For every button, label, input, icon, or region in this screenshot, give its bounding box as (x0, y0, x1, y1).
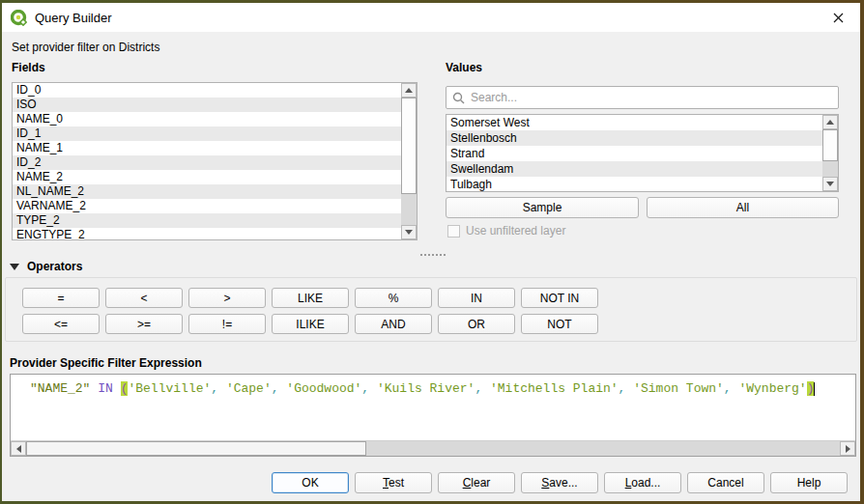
cancel-button[interactable]: Cancel (687, 472, 764, 493)
load-button[interactable]: Load... (604, 472, 681, 493)
field-item[interactable]: TYPE_2 (13, 213, 401, 228)
operators-row-1: =<>LIKE%INNOT IN (22, 288, 598, 308)
field-item[interactable]: ISO (13, 98, 401, 112)
scroll-up-icon[interactable] (822, 115, 838, 129)
expression-token-string: 'Kuils River' (377, 381, 475, 396)
expression-token-string: 'Bellville' (128, 381, 211, 396)
expression-token-comma: , (272, 381, 287, 396)
close-button[interactable] (824, 4, 851, 31)
value-item[interactable]: Somerset West (446, 115, 822, 130)
all-button[interactable]: All (647, 197, 839, 218)
clear-button[interactable]: Clear (438, 472, 515, 493)
expression-token-string: 'Cape' (226, 381, 272, 396)
operator-button--[interactable]: > (188, 288, 266, 308)
ok-button[interactable]: OK (272, 472, 349, 493)
expression-token-comma: , (724, 381, 739, 396)
qgis-logo-icon (11, 10, 27, 26)
operator-button-not[interactable]: NOT (521, 314, 598, 334)
operator-button--[interactable]: != (188, 314, 266, 334)
values-section-label: Values (446, 61, 482, 74)
operator-button-not-in[interactable]: NOT IN (521, 288, 598, 308)
value-item[interactable]: Tulbagh (446, 177, 822, 192)
filter-expression-editor[interactable]: "NAME_2" IN ('Bellville', 'Cape', 'Goodw… (10, 374, 856, 457)
title-bar[interactable]: Query Builder (2, 3, 860, 32)
test-button[interactable]: Test (355, 472, 432, 493)
value-item[interactable]: Strand (446, 146, 822, 161)
values-scrollbar-thumb[interactable] (822, 129, 838, 161)
text-caret (814, 382, 815, 396)
close-icon (833, 13, 844, 23)
expression-token-string: 'Simon Town' (633, 381, 724, 396)
help-button[interactable]: Help (770, 472, 848, 493)
operator-button-like[interactable]: LIKE (272, 288, 349, 308)
scroll-up-icon[interactable] (401, 83, 417, 98)
fields-section-label: Fields (12, 61, 45, 74)
expression-token-comma: , (361, 381, 377, 396)
scroll-right-icon[interactable] (840, 441, 855, 456)
expression-token-identifier: "NAME_2" (30, 381, 90, 396)
field-item[interactable]: ID_2 (13, 155, 401, 170)
operator-button-in[interactable]: IN (438, 288, 515, 308)
scroll-down-icon[interactable] (822, 177, 838, 191)
expression-section-label: Provider Specific Filter Expression (10, 356, 202, 370)
expression-token-keyword: IN (98, 381, 113, 396)
operators-row-2: <=>=!=ILIKEANDORNOT (22, 314, 598, 334)
window-title: Query Builder (35, 11, 111, 25)
operator-button--[interactable]: = (22, 288, 100, 308)
field-item[interactable]: NL_NAME_2 (13, 184, 401, 199)
expression-hscrollbar-thumb[interactable] (26, 441, 366, 456)
field-item[interactable]: NAME_1 (13, 141, 401, 155)
value-item[interactable]: Swellendam (446, 161, 822, 177)
save-button[interactable]: Save... (521, 472, 598, 493)
operator-button--[interactable]: % (355, 288, 432, 308)
values-search-box[interactable] (446, 86, 839, 109)
expression-token-comma: , (475, 381, 490, 396)
value-item[interactable]: Stellenbosch (446, 130, 822, 146)
field-item[interactable]: ID_1 (13, 126, 401, 141)
expression-token-string: 'Goodwood' (286, 381, 361, 396)
operators-collapse-header[interactable]: Operators (10, 260, 82, 273)
query-builder-dialog: Query Builder Set provider filter on Dis… (2, 3, 860, 501)
dialog-subtitle: Set provider filter on Districts (12, 41, 159, 54)
operator-button--[interactable]: <= (22, 314, 100, 334)
fields-scrollbar[interactable] (401, 83, 417, 239)
footer-button-row: OKTestClearSave...Load...CancelHelp (272, 472, 848, 493)
use-unfiltered-layer-checkbox[interactable]: Use unfiltered layer (447, 224, 565, 238)
operator-button--[interactable]: < (105, 288, 183, 308)
field-item[interactable]: NAME_0 (13, 112, 401, 126)
values-scrollbar[interactable] (822, 115, 838, 191)
expression-token-comma: , (619, 381, 634, 396)
expression-token-string: 'Mitchells Plain' (490, 381, 619, 396)
checkbox-label: Use unfiltered layer (466, 224, 565, 238)
chevron-down-icon (10, 264, 19, 270)
values-list-rows: Somerset WestStellenboschStrandSwellenda… (446, 115, 822, 191)
operator-button--[interactable]: >= (105, 314, 183, 334)
checkbox-box[interactable] (447, 225, 460, 238)
sample-button[interactable]: Sample (446, 197, 639, 218)
values-list[interactable]: Somerset WestStellenboschStrandSwellenda… (446, 114, 839, 192)
scroll-down-icon[interactable] (401, 225, 417, 239)
operators-section-label: Operators (27, 260, 82, 273)
splitter-handle[interactable] (420, 254, 446, 256)
fields-scrollbar-thumb[interactable] (401, 98, 417, 194)
field-item[interactable]: VARNAME_2 (13, 199, 401, 213)
expression-hscrollbar[interactable] (11, 440, 855, 456)
scroll-left-icon[interactable] (11, 441, 26, 456)
expression-token-comma: , (211, 381, 226, 396)
field-item[interactable]: NAME_2 (13, 170, 401, 184)
filter-expression-text[interactable]: "NAME_2" IN ('Bellville', 'Cape', 'Goodw… (30, 381, 815, 396)
operator-button-and[interactable]: AND (355, 314, 432, 334)
expression-token-bracket: ) (807, 381, 815, 396)
search-icon (452, 92, 465, 104)
fields-list[interactable]: ID_0ISONAME_0ID_1NAME_1ID_2NAME_2NL_NAME… (12, 82, 418, 240)
field-item[interactable]: ID_0 (13, 83, 401, 98)
fields-list-rows: ID_0ISONAME_0ID_1NAME_1ID_2NAME_2NL_NAME… (13, 83, 401, 239)
screen-background: Query Builder Set provider filter on Dis… (0, 0, 864, 504)
values-search-input[interactable] (471, 91, 832, 104)
operator-button-ilike[interactable]: ILIKE (272, 314, 349, 334)
field-item[interactable]: ENGTYPE_2 (13, 228, 401, 240)
expression-token-string: 'Wynberg' (738, 381, 806, 396)
operator-button-or[interactable]: OR (438, 314, 515, 334)
expression-token-plain (113, 381, 121, 396)
